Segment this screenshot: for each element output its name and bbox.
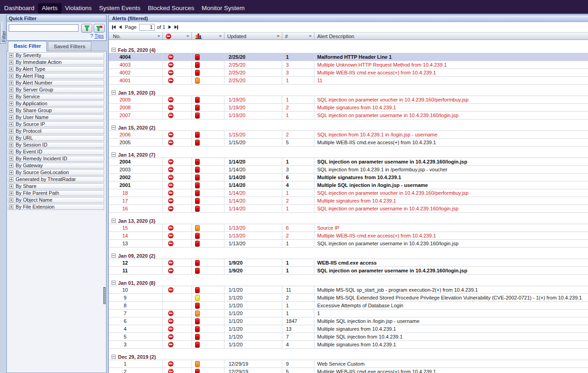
last-page-button[interactable]	[174, 25, 178, 29]
collapse-minus-icon[interactable]	[112, 219, 116, 223]
alert-row[interactable]: 40012/25/20111	[109, 77, 588, 85]
prev-page-button[interactable]	[119, 25, 122, 29]
column-dropdown-icon[interactable]	[157, 35, 160, 37]
expand-plus-icon[interactable]	[9, 191, 13, 195]
alert-row[interactable]: 40042/25/201Malformed HTTP Header Line 1	[109, 53, 588, 61]
column-header-no-entry[interactable]	[163, 33, 192, 40]
alert-row[interactable]: 20031/14/203SQL injection from 10.4.239.…	[109, 166, 588, 174]
alert-row[interactable]: 151/13/206Source IP	[109, 224, 588, 232]
sidebar-scrollbar-thumb[interactable]	[103, 287, 106, 304]
expand-plus-icon[interactable]	[9, 67, 13, 71]
alert-row[interactable]: 20061/15/202SQL injection from 10.4.239.…	[109, 131, 588, 139]
alert-row[interactable]: 40022/25/203Multiple WEB-IIS cmd.exe acc…	[109, 69, 588, 77]
nav-tab-violations[interactable]: Violations	[62, 3, 95, 14]
nav-tab-system-events[interactable]: System Events	[95, 3, 144, 14]
sort-arrow-icon[interactable]	[277, 35, 280, 37]
page-number-input[interactable]	[139, 24, 155, 31]
alert-row[interactable]: 131/13/201SQL injection on parameter use…	[109, 240, 588, 248]
filter-item-by-service[interactable]: By Service	[8, 94, 104, 100]
expand-plus-icon[interactable]	[9, 157, 13, 161]
collapse-minus-icon[interactable]	[112, 254, 116, 258]
alert-row[interactable]: 91/1/202Multiple MS-SQL Extended Stored …	[109, 294, 588, 302]
nav-tab-dashboard[interactable]: Dashboard	[0, 3, 38, 14]
first-page-button[interactable]	[112, 25, 116, 29]
alert-row[interactable]: 101/1/2011Multiple MS-SQL sp_start_job -…	[109, 286, 588, 294]
expand-plus-icon[interactable]	[9, 108, 13, 113]
alert-row[interactable]: 20091/19/201SQL injection on parameter v…	[109, 96, 588, 104]
filter-item-by-alert-flag[interactable]: By Alert Flag	[8, 73, 104, 79]
alert-row[interactable]: 61/1/201847Multiple SQL injection in /lo…	[109, 317, 588, 325]
filter-item-by-file-extension[interactable]: By File Extension	[8, 204, 104, 210]
group-header[interactable]: Jan 15, 2020 (2)	[109, 124, 588, 130]
tips-link[interactable]: ? Tips	[90, 33, 104, 39]
alert-row[interactable]: 212/29/195Multiple WEB-IIS cmd.exe acces…	[109, 368, 588, 373]
alert-row[interactable]: 111/9/201SQL injection on parameter user…	[109, 267, 588, 275]
column-dropdown-icon[interactable]	[186, 35, 189, 37]
column-header-no[interactable]: No.	[109, 33, 163, 40]
nav-tab-blocked-sources[interactable]: Blocked Sources	[144, 3, 198, 14]
expand-plus-icon[interactable]	[9, 122, 13, 126]
collapse-minus-icon[interactable]	[112, 153, 116, 157]
filter-item-by-session-id[interactable]: By Session ID	[8, 142, 104, 148]
tab-basic-filter[interactable]: Basic Filter	[8, 41, 47, 51]
filter-item-by-source-geolocation[interactable]: By Source GeoLocation	[8, 170, 104, 175]
filter-item-by-gateway[interactable]: By Gateway	[8, 163, 104, 169]
alert-row[interactable]: 20071/19/201SQL injection on parameter u…	[109, 112, 588, 119]
alert-row[interactable]: 20021/14/206Multiple signatures from 10.…	[109, 174, 588, 181]
expand-plus-icon[interactable]	[9, 95, 13, 99]
collapse-minus-icon[interactable]	[112, 355, 116, 359]
alert-row[interactable]: 71/1/2011	[109, 310, 588, 317]
alert-row[interactable]: 31/1/204Multiple signatures from 10.4.23…	[109, 341, 588, 349]
alert-row[interactable]: 112/29/199Web Service Custom	[109, 360, 588, 368]
alert-row[interactable]: 161/14/201SQL injection on parameter use…	[109, 205, 588, 213]
filter-item-by-immediate-action[interactable]: By Immediate Action	[8, 59, 104, 65]
alert-row[interactable]: 20011/14/204Multiple SQL injection in /l…	[109, 181, 588, 189]
alert-row[interactable]: 41/1/2013Multiple signatures from 10.4.2…	[109, 325, 588, 333]
filter-item-by-share-group[interactable]: By Share Group	[8, 107, 104, 113]
expand-plus-icon[interactable]	[9, 177, 13, 181]
alert-row[interactable]: 20081/19/202Multiple signatures from 10.…	[109, 104, 588, 112]
filter-item-by-alert-number[interactable]: By Alert Number	[8, 80, 104, 86]
expand-plus-icon[interactable]	[9, 88, 13, 92]
column-dropdown-icon[interactable]	[309, 35, 312, 37]
filter-item-by-share[interactable]: By Share	[8, 183, 104, 189]
filter-item-by-severity[interactable]: By Severity	[8, 52, 104, 58]
group-header[interactable]: Jan 14, 2020 (7)	[109, 152, 588, 158]
clear-filter-button[interactable]	[94, 24, 105, 33]
tips-link-label[interactable]: Tips	[95, 33, 104, 39]
expand-plus-icon[interactable]	[9, 60, 13, 64]
alert-row[interactable]: 121/9/201WEB-IIS cmd.exe access	[109, 259, 588, 267]
column-dropdown-icon[interactable]	[219, 35, 222, 37]
filter-item-by-application[interactable]: By Application	[8, 101, 104, 107]
filter-item-by-source-ip[interactable]: By Source IP	[8, 121, 104, 127]
alert-row[interactable]: 20041/14/201SQL injection on parameter u…	[109, 158, 588, 166]
filter-item-by-file-parent-path[interactable]: By File Parent Path	[8, 190, 104, 196]
expand-plus-icon[interactable]	[9, 115, 13, 119]
group-header[interactable]: Dec 29, 2019 (2)	[109, 354, 588, 360]
filter-vertical-tab[interactable]: Filter	[0, 17, 6, 44]
filter-item-by-alert-type[interactable]: By Alert Type	[8, 66, 104, 72]
nav-tab-monitor-system[interactable]: Monitor System	[198, 3, 248, 14]
alert-row[interactable]: 141/13/202Multiple WEB-IIS cmd.exe acces…	[109, 232, 588, 240]
expand-plus-icon[interactable]	[9, 164, 13, 168]
filter-item-by-server-group[interactable]: By Server Group	[8, 87, 104, 93]
column-header-bar-chart[interactable]	[192, 33, 224, 40]
group-header[interactable]: Jan 01, 2020 (8)	[109, 280, 588, 286]
next-page-button[interactable]	[168, 25, 171, 29]
collapse-minus-icon[interactable]	[112, 48, 116, 52]
filter-item-generated-by-threatradar[interactable]: Generated by ThreatRadar	[8, 176, 104, 182]
column-header-alert-description[interactable]: Alert Description	[314, 33, 588, 40]
alert-row[interactable]: 51/1/207Multiple SQL injection from 10.4…	[109, 333, 588, 341]
filter-item-by-object-name[interactable]: By Object Name	[8, 197, 104, 203]
expand-plus-icon[interactable]	[9, 136, 13, 140]
expand-plus-icon[interactable]	[9, 205, 13, 209]
quick-filter-input[interactable]	[9, 24, 78, 32]
expand-plus-icon[interactable]	[9, 74, 13, 78]
alert-row[interactable]: 181/14/201SQL injection on parameter vou…	[109, 189, 588, 197]
filter-item-by-user-name[interactable]: By User Name	[8, 114, 104, 120]
filter-item-by-event-id[interactable]: By Event ID	[8, 149, 104, 155]
column-header-updated[interactable]: Updated	[224, 33, 282, 40]
expand-plus-icon[interactable]	[9, 150, 13, 154]
alert-row[interactable]: 20051/15/205Multiple WEB-IIS cmd.exe acc…	[109, 139, 588, 147]
group-header[interactable]: Feb 25, 2020 (4)	[109, 47, 588, 53]
